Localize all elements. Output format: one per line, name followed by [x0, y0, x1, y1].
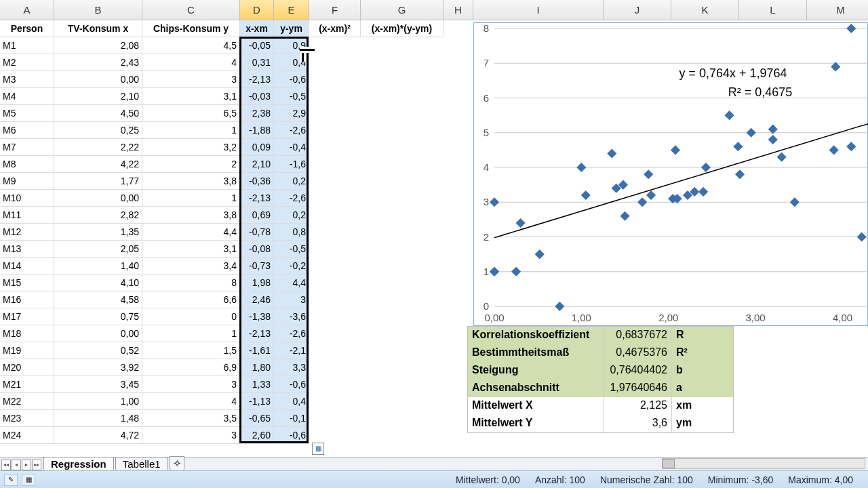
cell-yym-20[interactable]: 3,3 [274, 359, 309, 376]
cell-tvkonsum-2[interactable]: 2,43 [54, 54, 142, 71]
cell-xxm-21[interactable]: 1,33 [240, 376, 274, 393]
cell-xxm-4[interactable]: -0,03 [240, 88, 274, 105]
cell-yym-4[interactable]: -0,5 [274, 88, 309, 105]
cell-person-3[interactable]: M3 [0, 71, 54, 88]
tab-nav-last-icon[interactable]: ▸▸ [32, 460, 41, 470]
header-D[interactable]: x-xm [240, 20, 274, 37]
cell-chipskonsum-19[interactable]: 1,5 [142, 342, 240, 359]
cell-tvkonsum-6[interactable]: 0,25 [54, 122, 142, 139]
cell-xxm-14[interactable]: -0,73 [240, 258, 274, 274]
cell-xxm-5[interactable]: 2,38 [240, 105, 274, 122]
cell-chipskonsum-9[interactable]: 3,8 [142, 173, 240, 190]
cell-yym-13[interactable]: -0,5 [274, 241, 309, 258]
cell-yym-16[interactable]: 3 [274, 291, 309, 308]
cell-yym-3[interactable]: -0,6 [274, 71, 309, 88]
cell-person-10[interactable]: M10 [0, 190, 54, 207]
cell-person-14[interactable]: M14 [0, 258, 54, 274]
cell-tvkonsum-15[interactable]: 4,10 [54, 274, 142, 291]
cell-person-9[interactable]: M9 [0, 173, 54, 190]
cell-person-21[interactable]: M21 [0, 376, 54, 393]
tab-nav-first-icon[interactable]: ◂◂ [1, 460, 11, 470]
cell-tvkonsum-20[interactable]: 3,92 [54, 359, 142, 376]
cell-tvkonsum-19[interactable]: 0,52 [54, 342, 142, 359]
col-header-G[interactable]: G [361, 0, 443, 20]
cell-tvkonsum-9[interactable]: 1,77 [54, 173, 142, 190]
cell-xxm-19[interactable]: -1,61 [240, 342, 274, 359]
cell-person-8[interactable]: M8 [0, 156, 54, 173]
cell-xxm-23[interactable]: -0,65 [240, 410, 274, 427]
cell-tvkonsum-22[interactable]: 1,00 [54, 393, 142, 410]
cell-chipskonsum-22[interactable]: 4 [142, 393, 240, 410]
cell-yym-2[interactable]: 0,4 [274, 54, 309, 71]
cell-person-15[interactable]: M15 [0, 274, 54, 291]
cell-yym-15[interactable]: 4,4 [274, 274, 309, 291]
horizontal-scrollbar[interactable] [662, 458, 865, 469]
cell-yym-19[interactable]: -2,1 [274, 342, 309, 359]
col-header-K[interactable]: K [671, 0, 739, 20]
cell-xxm-12[interactable]: -0,78 [240, 224, 274, 241]
cell-chipskonsum-8[interactable]: 2 [142, 156, 240, 173]
cell-chipskonsum-10[interactable]: 1 [142, 190, 240, 207]
cell-xxm-8[interactable]: 2,10 [240, 156, 274, 173]
cell-tvkonsum-14[interactable]: 1,40 [54, 258, 142, 274]
status-mode-icon[interactable]: ✎ [4, 474, 18, 486]
cell-person-1[interactable]: M1 [0, 37, 54, 54]
cell-xxm-11[interactable]: 0,69 [240, 207, 274, 224]
cell-tvkonsum-13[interactable]: 2,05 [54, 241, 142, 258]
cell-yym-8[interactable]: -1,6 [274, 156, 309, 173]
cell-xxm-9[interactable]: -0,36 [240, 173, 274, 190]
cell-chipskonsum-18[interactable]: 1 [142, 325, 240, 342]
cell-yym-7[interactable]: -0,4 [274, 139, 309, 156]
header-B[interactable]: TV-Konsum x [54, 20, 142, 37]
cell-chipskonsum-7[interactable]: 3,2 [142, 139, 240, 156]
cell-person-11[interactable]: M11 [0, 207, 54, 224]
cell-chipskonsum-13[interactable]: 3,1 [142, 241, 240, 258]
cell-yym-18[interactable]: -2,6 [274, 325, 309, 342]
cell-xxm-10[interactable]: -2,13 [240, 190, 274, 207]
cell-tvkonsum-18[interactable]: 0,00 [54, 325, 142, 342]
cell-chipskonsum-1[interactable]: 4,5 [142, 37, 240, 54]
cell-tvkonsum-17[interactable]: 0,75 [54, 308, 142, 325]
cell-person-5[interactable]: M5 [0, 105, 54, 122]
cell-xxm-3[interactable]: -2,13 [240, 71, 274, 88]
cell-tvkonsum-10[interactable]: 0,00 [54, 190, 142, 207]
cell-xxm-16[interactable]: 2,46 [240, 291, 274, 308]
header-C[interactable]: Chips-Konsum y [142, 20, 240, 37]
cell-chipskonsum-6[interactable]: 1 [142, 122, 240, 139]
cell-chipskonsum-12[interactable]: 4,4 [142, 224, 240, 241]
cell-person-6[interactable]: M6 [0, 122, 54, 139]
header-E[interactable]: y-ym [274, 20, 309, 37]
cell-chipskonsum-4[interactable]: 3,1 [142, 88, 240, 105]
cell-yym-11[interactable]: 0,2 [274, 207, 309, 224]
tab-nav-next-icon[interactable]: ▸ [22, 460, 31, 470]
cell-tvkonsum-23[interactable]: 1,48 [54, 410, 142, 427]
cell-tvkonsum-7[interactable]: 2,22 [54, 139, 142, 156]
cell-xxm-13[interactable]: -0,08 [240, 241, 274, 258]
tab-tabelle1[interactable]: Tabelle1 [115, 457, 168, 470]
cell-xxm-22[interactable]: -1,13 [240, 393, 274, 410]
status-macro-icon[interactable]: ▦ [22, 474, 35, 486]
cell-xxm-15[interactable]: 1,98 [240, 274, 274, 291]
autofill-options-icon[interactable] [312, 443, 324, 455]
col-header-J[interactable]: J [604, 0, 671, 20]
scatter-chart[interactable]: 0123456780,001,002,003,004,00y = 0,764x … [473, 22, 868, 326]
col-header-M[interactable]: M [807, 0, 868, 20]
col-header-B[interactable]: B [54, 0, 142, 20]
col-header-D[interactable]: D [240, 0, 274, 20]
cell-xxm-6[interactable]: -1,88 [240, 122, 274, 139]
cell-xxm-2[interactable]: 0,31 [240, 54, 274, 71]
col-header-H[interactable]: H [443, 0, 473, 20]
cell-tvkonsum-16[interactable]: 4,58 [54, 291, 142, 308]
cell-yym-23[interactable]: -0,1 [274, 410, 309, 427]
cell-person-4[interactable]: M4 [0, 88, 54, 105]
cell-tvkonsum-24[interactable]: 4,72 [54, 427, 142, 444]
cell-person-16[interactable]: M16 [0, 291, 54, 308]
cell-chipskonsum-16[interactable]: 6,6 [142, 291, 240, 308]
col-header-A[interactable]: A [0, 0, 54, 20]
cell-person-20[interactable]: M20 [0, 359, 54, 376]
col-header-E[interactable]: E [274, 0, 309, 20]
header-F[interactable]: (x-xm)² [309, 20, 361, 37]
cell-chipskonsum-24[interactable]: 3 [142, 427, 240, 444]
cell-chipskonsum-21[interactable]: 3 [142, 376, 240, 393]
cell-yym-17[interactable]: -3,6 [274, 308, 309, 325]
